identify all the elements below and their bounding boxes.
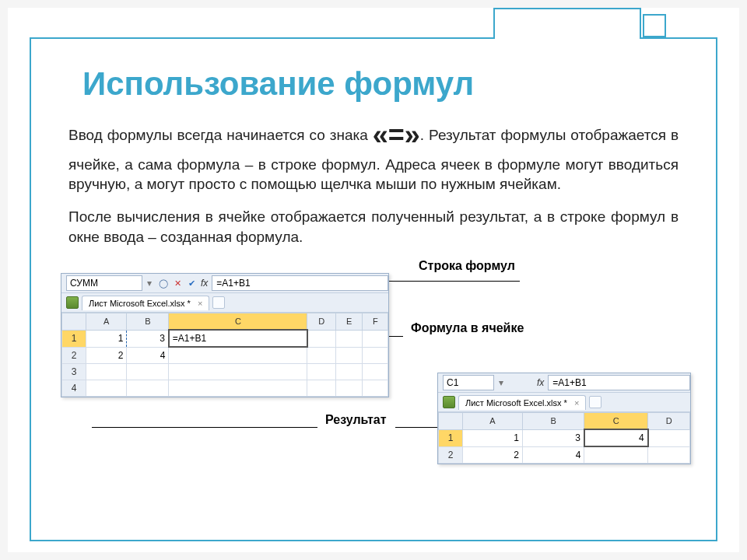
circle-icon[interactable]: ◯ — [157, 277, 170, 289]
cell-C2[interactable] — [169, 347, 307, 364]
cell-E1[interactable] — [335, 330, 363, 347]
cell2-C2[interactable] — [584, 446, 648, 464]
col-D[interactable]: D — [307, 313, 336, 331]
col-A[interactable]: A — [86, 313, 127, 331]
cell-D2[interactable] — [307, 347, 336, 364]
cell2-C1-result[interactable]: 4 — [584, 429, 648, 446]
cell-E4[interactable] — [335, 380, 363, 397]
content-frame: Использование формул Ввод формулы всегда… — [30, 37, 717, 541]
cancel-icon[interactable]: ✕ — [171, 277, 184, 289]
cell-A4[interactable] — [86, 380, 127, 397]
confirm-icon[interactable]: ✔ — [185, 277, 198, 289]
cell-F1[interactable] — [363, 330, 388, 347]
col-E[interactable]: E — [335, 313, 363, 331]
paragraph-2: После вычисления в ячейке отображается п… — [68, 207, 679, 247]
slide-page: Использование формул Ввод формулы всегда… — [8, 8, 739, 552]
arrow-result-left — [92, 427, 317, 428]
cell-E2[interactable] — [335, 347, 363, 364]
corner-decor — [493, 8, 641, 39]
corner-cell-2[interactable] — [439, 413, 463, 430]
excel-file-icon — [66, 296, 79, 309]
col2-B[interactable]: B — [522, 413, 584, 430]
cell2-A1[interactable]: 1 — [463, 429, 523, 446]
grid-1[interactable]: A B C D E F 1 1 3 =A1+B1 — [61, 313, 388, 397]
excel-fragment-input: СУММ ▾ ◯ ✕ ✔ fx =A1+B1 Лист Microsoft Ex… — [61, 273, 389, 397]
formula-input[interactable]: =A1+B1 — [212, 275, 388, 291]
text-1a: Ввод формулы всегда начинается со знака — [68, 127, 373, 143]
label-result: Результат — [325, 413, 387, 427]
row-3-header[interactable]: 3 — [62, 364, 86, 380]
row2-1-header[interactable]: 1 — [439, 429, 463, 446]
excel-file-icon-2 — [443, 396, 455, 408]
cell-D4[interactable] — [307, 380, 336, 397]
page-title: Использование формул — [82, 65, 686, 103]
table-row: 2 2 4 — [62, 347, 388, 364]
cell-A3[interactable] — [86, 364, 127, 380]
dropdown-icon[interactable]: ▾ — [147, 278, 152, 289]
cell-F2[interactable] — [363, 347, 388, 364]
name-box-2[interactable]: C1 — [443, 375, 494, 390]
cell-E3[interactable] — [335, 364, 363, 380]
table-row: 1 1 3 4 — [439, 429, 690, 446]
formula-bar-row-2: C1 ▾ fx =A1+B1 — [438, 373, 690, 393]
label-formula-in-cell: Формула в ячейке — [411, 321, 524, 335]
row-1-header[interactable]: 1 — [62, 330, 86, 347]
document-tab-label-2: Лист Microsoft Excel.xlsx * — [465, 398, 567, 408]
table-row: 3 — [62, 364, 388, 380]
cell-D3[interactable] — [307, 364, 336, 380]
cell-C3[interactable] — [169, 364, 307, 380]
col2-A[interactable]: A — [463, 413, 523, 430]
cell-C1-editing[interactable]: =A1+B1 — [169, 330, 307, 347]
close-tab-icon-2[interactable]: × — [574, 398, 579, 408]
new-sheet-icon[interactable] — [212, 296, 225, 309]
row-2-header[interactable]: 2 — [62, 347, 86, 364]
cell-B1[interactable]: 3 — [127, 330, 169, 347]
cell2-B2[interactable]: 4 — [522, 446, 584, 464]
cell-A2[interactable]: 2 — [86, 347, 127, 364]
document-tab-1[interactable]: Лист Microsoft Excel.xlsx * × — [82, 296, 209, 310]
equals-emphasis: «=» — [373, 119, 420, 151]
corner-cell[interactable] — [62, 313, 86, 331]
cell2-B1[interactable]: 3 — [522, 429, 584, 446]
table-row: 2 2 4 — [439, 446, 690, 464]
col-F[interactable]: F — [363, 313, 388, 331]
fx-icon[interactable]: fx — [201, 278, 208, 289]
close-tab-icon-1[interactable]: × — [198, 299, 202, 308]
cell-A1[interactable]: 1 — [86, 330, 127, 347]
cell-F3[interactable] — [363, 364, 388, 380]
document-tab-row-1: Лист Microsoft Excel.xlsx * × — [61, 293, 388, 313]
cell2-A2[interactable]: 2 — [463, 446, 523, 464]
col2-C[interactable]: C — [584, 413, 648, 430]
grid-2[interactable]: A B C D 1 1 3 4 2 — [438, 412, 690, 464]
formula-input-2[interactable]: =A1+B1 — [548, 375, 690, 390]
row-4-header[interactable]: 4 — [62, 380, 86, 397]
cell-C4[interactable] — [169, 380, 307, 397]
table-row: 1 1 3 =A1+B1 — [62, 330, 388, 347]
fx-icon-2[interactable]: fx — [537, 377, 544, 388]
label-formula-bar: Строка формул — [419, 259, 515, 273]
name-box[interactable]: СУММ — [66, 275, 142, 291]
cell2-D2[interactable] — [648, 446, 690, 464]
cell2-D1[interactable] — [648, 429, 690, 446]
document-tab-row-2: Лист Microsoft Excel.xlsx * × — [438, 393, 690, 412]
cell-B3[interactable] — [127, 364, 169, 380]
excel-fragment-result: C1 ▾ fx =A1+B1 Лист Microsoft Excel.xlsx… — [437, 373, 691, 464]
col-C[interactable]: C — [169, 313, 307, 331]
dropdown-icon-2[interactable]: ▾ — [499, 377, 503, 388]
diagram-area: Строка формул Формула в ячейке Результат… — [61, 259, 686, 485]
col-B[interactable]: B — [127, 313, 169, 331]
table-row: 4 — [62, 380, 388, 397]
cell-B4[interactable] — [127, 380, 169, 397]
col2-D[interactable]: D — [648, 413, 690, 430]
formula-bar-row-1: СУММ ▾ ◯ ✕ ✔ fx =A1+B1 — [61, 274, 388, 293]
cell-B2[interactable]: 4 — [127, 347, 169, 364]
document-tab-label-1: Лист Microsoft Excel.xlsx * — [89, 299, 191, 308]
document-tab-2[interactable]: Лист Microsoft Excel.xlsx * × — [458, 395, 586, 410]
paragraph-1: Ввод формулы всегда начинается со знака … — [68, 117, 679, 194]
row2-2-header[interactable]: 2 — [439, 446, 463, 464]
new-sheet-icon-2[interactable] — [589, 396, 601, 408]
cell-D1[interactable] — [307, 330, 336, 347]
cell-F4[interactable] — [363, 380, 388, 397]
